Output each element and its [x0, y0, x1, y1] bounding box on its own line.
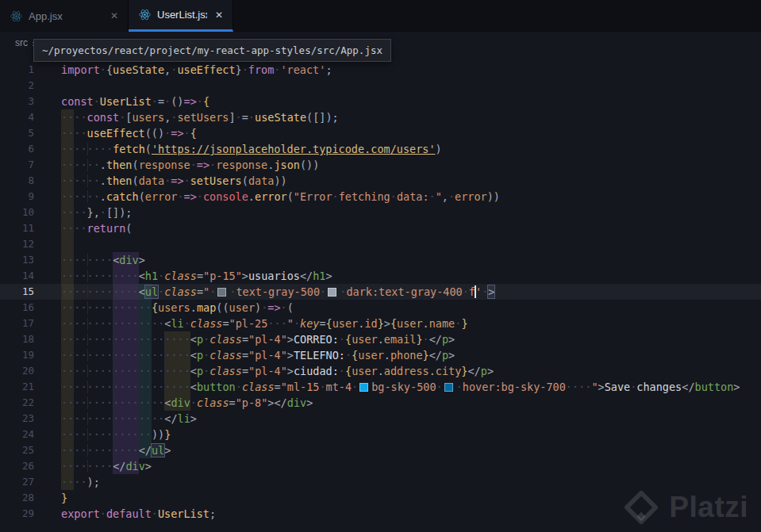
- code-line[interactable]: 14············<h1·class="p-15">usuarios<…: [0, 268, 761, 284]
- code-line[interactable]: 18····················<p·class="pl-4">CO…: [0, 331, 761, 347]
- line-number: 10: [0, 205, 61, 220]
- code-line[interactable]: 7······.then(response·=>·response.json()…: [0, 157, 761, 173]
- watermark-text: Platzi: [669, 491, 748, 524]
- react-icon: [10, 10, 22, 22]
- line-number: 26: [0, 458, 61, 474]
- line-number: 22: [0, 395, 61, 411]
- line-number: 2: [0, 78, 61, 94]
- code-line[interactable]: 24··············))}: [0, 427, 761, 442]
- code-line[interactable]: 5····useEffect(()·=>·{: [0, 125, 761, 141]
- code-line[interactable]: 12: [0, 236, 761, 252]
- line-number: 4: [0, 109, 61, 125]
- code-line[interactable]: 23················</li>: [0, 411, 761, 427]
- line-number: 24: [0, 427, 61, 442]
- line-number: 8: [0, 173, 61, 189]
- line-number: 17: [0, 316, 61, 331]
- code-line[interactable]: 8······.then(data·=>·setUsers(data)): [0, 173, 761, 189]
- line-number: 28: [0, 490, 61, 506]
- tab-path-tooltip: ~/proyectos/react/project/my-react-app-s…: [33, 39, 391, 62]
- code-line[interactable]: 2: [0, 78, 761, 94]
- line-number: 25: [0, 442, 61, 458]
- line-number: 6: [0, 141, 61, 157]
- tab-app-jsx[interactable]: App.jsx ✕: [0, 0, 129, 32]
- line-number: 3: [0, 94, 61, 109]
- line-number: 11: [0, 220, 61, 236]
- code-line[interactable]: 4····const·[users,·setUsers]·=·useState(…: [0, 109, 761, 125]
- editor[interactable]: 1import·{useState,·useEffect}·from·'reac…: [0, 54, 761, 532]
- line-number: 21: [0, 379, 61, 395]
- line-number: 27: [0, 474, 61, 490]
- line-number: 9: [0, 189, 61, 205]
- code-line[interactable]: 6········fetch('https://jsonplaceholder.…: [0, 141, 761, 157]
- code-line[interactable]: 13········<div>: [0, 252, 761, 268]
- color-decorator-icon: [359, 383, 368, 392]
- close-icon[interactable]: ✕: [109, 10, 120, 22]
- tab-label: App.jsx: [29, 10, 63, 22]
- platzi-watermark: Platzi: [623, 489, 748, 526]
- code-line[interactable]: 19····················<p·class="pl-4">TE…: [0, 347, 761, 363]
- line-number: 20: [0, 363, 61, 379]
- platzi-logo-icon: [623, 489, 659, 526]
- line-number: 1: [0, 62, 61, 78]
- color-decorator-icon: [217, 288, 226, 297]
- line-number: 16: [0, 300, 61, 316]
- code-line[interactable]: 11····return(: [0, 220, 761, 236]
- close-icon[interactable]: ✕: [213, 9, 225, 21]
- line-number: 15: [0, 284, 61, 300]
- line-number: 14: [0, 268, 61, 284]
- tab-bar: App.jsx ✕ UserList.jsx ✕: [0, 0, 761, 32]
- code-line[interactable]: 10····},·[]);: [0, 205, 761, 220]
- code-line[interactable]: 9······.catch(error·=>·console.error("Er…: [0, 189, 761, 205]
- color-decorator-icon: [328, 288, 336, 297]
- react-icon: [139, 9, 151, 21]
- code-line[interactable]: 16··············{users.map((user)·=>·(: [0, 300, 761, 316]
- line-number: 19: [0, 347, 61, 363]
- line-number: 23: [0, 411, 61, 427]
- tab-userlist-jsx[interactable]: UserList.jsx ✕: [129, 0, 233, 32]
- line-number: 13: [0, 252, 61, 268]
- code-line[interactable]: 17················<li·class="pl-25···"·k…: [0, 316, 761, 331]
- breadcrumb-item-src[interactable]: src: [15, 37, 28, 48]
- code-lines: 1import·{useState,·useEffect}·from·'reac…: [0, 62, 761, 522]
- code-line[interactable]: 21····················<button·class="ml-…: [0, 379, 761, 395]
- code-line[interactable]: 22················<div·class="p-8"></div…: [0, 395, 761, 411]
- line-number: 18: [0, 331, 61, 347]
- line-number: 29: [0, 506, 61, 522]
- code-line[interactable]: 26········</div>: [0, 458, 761, 474]
- code-line[interactable]: 1import·{useState,·useEffect}·from·'reac…: [0, 62, 761, 78]
- line-number: 12: [0, 236, 61, 252]
- code-line[interactable]: 20····················<p·class="pl-4">ci…: [0, 363, 761, 379]
- code-line[interactable]: 25············</ul>: [0, 442, 761, 458]
- tab-label: UserList.jsx: [157, 9, 207, 21]
- color-decorator-icon: [444, 383, 453, 392]
- vscode-window: App.jsx ✕ UserList.jsx ✕ src › UserList.…: [0, 0, 761, 532]
- code-line[interactable]: 3const·UserList·=·()=>·{: [0, 94, 761, 109]
- line-number: 5: [0, 125, 61, 141]
- code-line[interactable]: 27····);: [0, 474, 761, 490]
- line-number: 7: [0, 157, 61, 173]
- code-line[interactable]: 15············<ul·class="··text-gray-500…: [0, 284, 761, 300]
